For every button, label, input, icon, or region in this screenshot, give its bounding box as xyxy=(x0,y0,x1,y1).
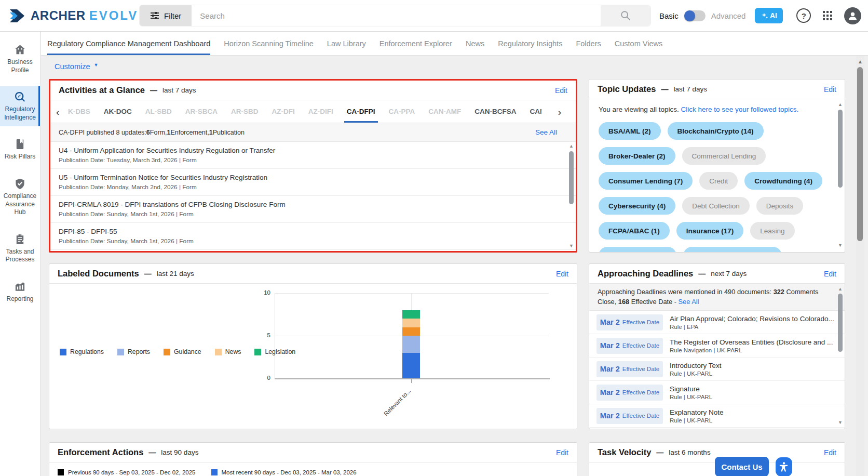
topic-pill-blockchain-crypto[interactable]: Blockchain/Crypto (14) xyxy=(668,122,764,140)
activity-row[interactable]: DFPI-CRMLA 8019 - DFPI translations of C… xyxy=(50,196,576,223)
regulator-tab-ar-sbca[interactable]: AR-SBCA xyxy=(185,100,218,123)
chevron-right-icon[interactable]: › xyxy=(558,107,561,116)
activity-row[interactable]: U4 - Uniform Application for Securities … xyxy=(50,142,576,169)
basic-advanced-toggle[interactable] xyxy=(684,10,706,21)
legend-item-regulations[interactable]: Regulations xyxy=(60,348,104,355)
legend-item-reports[interactable]: Reports xyxy=(117,348,150,355)
labeled-edit-link[interactable]: Edit xyxy=(556,270,568,278)
bar-segment-legislation[interactable] xyxy=(402,310,420,319)
legend-swatch xyxy=(211,469,218,475)
activity-row[interactable]: U5 - Uniform Termination Notice for Secu… xyxy=(50,169,576,196)
legend-item-news[interactable]: News xyxy=(215,348,241,355)
topic-pill-cybersecurity[interactable]: Cybersecurity (4) xyxy=(599,197,675,215)
scroll-down-icon[interactable]: ▼ xyxy=(569,244,574,248)
topic-pill-broker-dealer[interactable]: Broker-Dealer (2) xyxy=(599,147,675,165)
page-scrollbar[interactable]: ▲ xyxy=(856,56,864,476)
deadlines-see-all-link[interactable]: See All xyxy=(679,298,699,306)
regulator-tab-ca-ppa[interactable]: CA-PPA xyxy=(389,100,415,123)
stacked-bar[interactable] xyxy=(402,293,420,378)
search-submit[interactable] xyxy=(601,5,650,26)
chevron-left-icon[interactable]: ‹ xyxy=(56,107,59,116)
page-scrollbar-thumb[interactable] xyxy=(857,67,863,241)
activities-scrollbar-thumb[interactable] xyxy=(569,151,574,204)
topic-pill-debt-collection[interactable]: Debt Collection xyxy=(682,197,750,215)
topic-pill-deposits[interactable]: Deposits xyxy=(756,197,804,215)
topic-pill-partial[interactable] xyxy=(599,247,676,252)
topic-pill-consumer-lending[interactable]: Consumer Lending (7) xyxy=(599,172,693,190)
legend-item-guidance[interactable]: Guidance xyxy=(164,348,201,355)
bar-segment-news[interactable] xyxy=(402,319,420,327)
scroll-down-icon[interactable]: ▼ xyxy=(838,420,843,425)
regulator-tab-al-sbd[interactable]: AL-SBD xyxy=(145,100,172,123)
topic-pill-credit[interactable]: Credit xyxy=(699,172,738,190)
deadline-row[interactable]: Mar 2Effective Date Introductory TextRul… xyxy=(589,358,845,381)
accessibility-button[interactable] xyxy=(776,457,792,476)
tab-law-library[interactable]: Law Library xyxy=(327,32,366,55)
dash-separator: — xyxy=(150,86,157,95)
regulator-tab-ca-dfpi[interactable]: CA-DFPI xyxy=(347,100,375,123)
customize-dropdown[interactable]: Customize ▼ xyxy=(55,62,98,71)
search-input[interactable] xyxy=(192,5,601,26)
tab-regulatory-insights[interactable]: Regulatory Insights xyxy=(498,32,562,55)
regulator-tab-ak-doc[interactable]: AK-DOC xyxy=(104,100,132,123)
filter-button[interactable]: Filter xyxy=(140,5,192,27)
user-avatar[interactable] xyxy=(844,7,861,24)
velocity-edit-link[interactable]: Edit xyxy=(824,448,836,457)
deadline-row[interactable]: Mar 2Effective Date The Register of Over… xyxy=(589,334,845,358)
scroll-down-icon[interactable]: ▼ xyxy=(838,243,843,248)
topic-pill-fcpa-abac[interactable]: FCPA/ABAC (1) xyxy=(599,222,670,240)
activities-edit-link[interactable]: Edit xyxy=(555,86,567,95)
bar-segment-guidance[interactable] xyxy=(402,327,420,336)
deadlines-scrollbar-thumb[interactable] xyxy=(838,294,843,352)
topic-pill-insurance[interactable]: Insurance (17) xyxy=(676,222,744,240)
followed-topics-link[interactable]: Click here to see your followed topics. xyxy=(681,105,799,113)
regulator-tab-az-difi[interactable]: AZ-DIFI xyxy=(308,100,333,123)
regulator-tab-ar-sbd[interactable]: AR-SBD xyxy=(231,100,259,123)
deadline-row[interactable]: Mar 2Effective Date SignatureRule | UK-P… xyxy=(589,381,845,404)
regulator-tab-can-boc[interactable]: CAN-BOC xyxy=(530,100,541,123)
tab-custom-views[interactable]: Custom Views xyxy=(615,32,662,55)
legend-item-legislation[interactable]: Legislation xyxy=(254,348,295,355)
regulator-tab-can-amf[interactable]: CAN-AMF xyxy=(428,100,461,123)
activities-see-all-link[interactable]: See All xyxy=(535,128,557,136)
tab-regulatory-compliance-management-dashboard[interactable]: Regulatory Compliance Management Dashboa… xyxy=(47,32,210,55)
bar-segment-reports[interactable] xyxy=(402,336,420,353)
sidebar-item-reporting[interactable]: Reporting xyxy=(0,276,40,308)
topic-pill-commercial-lending[interactable]: Commercial Lending xyxy=(682,147,766,165)
topic-pill-crowdfunding[interactable]: Crowdfunding (4) xyxy=(744,172,822,190)
sidebar-item-regulatory-intelligence[interactable]: Regulatory Intelligence xyxy=(0,86,40,126)
activities-at-a-glance-panel: Activities at a Glance — last 7 days Edi… xyxy=(49,79,577,253)
scroll-up-icon[interactable]: ▲ xyxy=(838,287,843,292)
topics-edit-link[interactable]: Edit xyxy=(824,85,836,94)
sidebar-item-business-profile[interactable]: Business Profile xyxy=(0,39,40,79)
deadlines-edit-link[interactable]: Edit xyxy=(824,270,836,278)
topic-pill-bsa-aml[interactable]: BSA/AML (2) xyxy=(599,122,661,140)
deadline-row[interactable]: Mar 2Effective Date Explanatory NoteRule… xyxy=(589,404,845,428)
topics-scrollbar-thumb[interactable] xyxy=(838,110,843,188)
activity-row[interactable]: DFPI-85 - DFPI-55 Publication Date: Sund… xyxy=(50,223,576,250)
contact-us-button[interactable]: Contact Us xyxy=(715,457,769,476)
topic-pill-partial[interactable] xyxy=(683,247,782,252)
regulator-tab-az-dfi[interactable]: AZ-DFI xyxy=(272,100,295,123)
topic-pill-leasing[interactable]: Leasing xyxy=(750,222,794,240)
regulator-tab-k-dbs[interactable]: K-DBS xyxy=(68,100,90,123)
tab-news[interactable]: News xyxy=(466,32,484,55)
deadline-row[interactable]: Mar 2Effective Date Air Plan Approval; C… xyxy=(589,311,845,334)
app-logo[interactable]: ARCHER EVOLV xyxy=(9,8,139,23)
bar-segment-regulations[interactable] xyxy=(402,353,420,378)
regulator-tab-can-bcfsa[interactable]: CAN-BCFSA xyxy=(474,100,516,123)
tab-folders[interactable]: Folders xyxy=(576,32,601,55)
scroll-up-icon[interactable]: ▲ xyxy=(569,144,574,149)
help-icon[interactable]: ? xyxy=(796,8,811,23)
tab-enforcement-explorer[interactable]: Enforcement Explorer xyxy=(379,32,452,55)
ai-button[interactable]: AI xyxy=(755,8,783,23)
legend-label: News xyxy=(225,348,241,355)
scroll-up-icon[interactable]: ▲ xyxy=(858,59,863,64)
sidebar-item-risk-pillars[interactable]: Risk Pillars xyxy=(0,134,40,166)
apps-grid-icon[interactable] xyxy=(821,9,834,22)
enforcement-edit-link[interactable]: Edit xyxy=(556,448,568,457)
sidebar-item-compliance-assurance-hub[interactable]: Compliance Assurance Hub xyxy=(0,173,40,221)
scroll-up-icon[interactable]: ▲ xyxy=(838,102,843,107)
sidebar-item-tasks-and-processes[interactable]: Tasks and Processes xyxy=(0,229,40,269)
tab-horizon-scanning-timeline[interactable]: Horizon Scanning Timeline xyxy=(224,32,313,55)
